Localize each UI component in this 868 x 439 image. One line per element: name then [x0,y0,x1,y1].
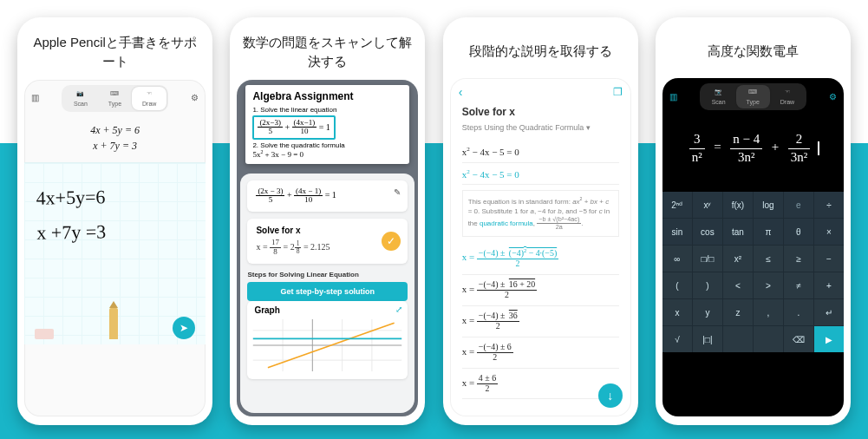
step-equation: x = −(−4) ± 62 [462,337,619,369]
gear-icon[interactable]: ⚙ [829,93,837,102]
screenshot-card-steps: 段階的な説明を取得する ‹ ❐ Solve for x Steps Using … [443,17,638,425]
quadratic-formula-link[interactable]: quadratic formula [480,220,533,227]
solve-result: x = 178 = 218 = 2.125 [256,239,376,257]
phone-frame: ← Algebra Assignment 1. Solve the linear… [237,80,418,417]
key-pi[interactable]: π [754,219,783,245]
question-2-eq: 5x2 + 3x − 9 = 0 [252,149,402,159]
key-lt[interactable]: < [723,272,753,298]
graph-label: Graph [247,301,408,319]
drawing-canvas[interactable]: 4x+5y=6 x +7y =3 ➤ [24,162,206,344]
input-mode-toggle[interactable]: 📷Scan ⌨Type ☜Draw [700,83,807,110]
back-icon[interactable]: ← [244,90,254,102]
key-ne[interactable]: ≠ [784,272,813,298]
mode-draw[interactable]: ☜Draw [770,85,805,108]
check-icon[interactable]: ✓ [382,232,401,251]
key-fraction[interactable]: □/□ [693,246,722,272]
pencil-tool[interactable] [109,308,118,339]
key-power[interactable]: xʸ [693,192,722,218]
key-comma[interactable]: , [754,299,783,325]
key-2nd[interactable]: 2ⁿᵈ [662,192,692,218]
question-2-label: 2. Solve the quadratic formula [252,141,402,149]
step-equation: x = 4 ± 62 [462,369,619,400]
mode-type[interactable]: ⌨Type [736,85,770,108]
key-x[interactable]: x [662,299,692,325]
key-infinity[interactable]: ∞ [662,246,692,272]
key-cos[interactable]: cos [693,219,722,245]
graph-plot [247,319,408,371]
handwriting: 4x+5y=6 x +7y =3 [36,180,106,250]
eraser-tool[interactable] [35,329,54,339]
key-log[interactable]: log [754,192,783,218]
key-square[interactable]: x² [723,246,753,272]
key-fx[interactable]: f(x) [723,192,753,218]
scanned-document: ← Algebra Assignment 1. Solve the linear… [245,85,409,165]
gear-icon[interactable]: ⚙ [191,94,199,102]
step-equation: x = −(−4) ± 16 + 202 [462,275,619,306]
key-enter[interactable]: ↵ [814,299,844,325]
phone-frame: ▥ 📷Scan ⌨Type ☜Draw ⚙ 4x + 5y = 6 x + 7y… [24,80,206,417]
key-dot[interactable]: . [784,299,813,325]
key-theta[interactable]: θ [784,219,813,245]
key-multiply[interactable]: × [814,219,844,245]
calculator-keypad: 2ⁿᵈ xʸ f(x) log e ÷ sin cos tan π θ × ∞ … [662,192,844,352]
phone-frame: ‹ ❐ Solve for x Steps Using the Quadrati… [450,78,631,416]
scanned-equation-highlight[interactable]: (2x−3)5 + (4x−1)10 = 1 [252,115,335,141]
solve-heading: Solve for x [462,106,619,118]
card-title: Apple Pencilと手書きをサポート [17,17,212,80]
key-y[interactable]: y [693,299,722,325]
key-le[interactable]: ≤ [754,246,783,272]
scroll-down-button[interactable]: ↓ [598,383,623,408]
key-divide[interactable]: ÷ [814,192,844,218]
key-e[interactable]: e [784,192,813,218]
key-ge[interactable]: ≥ [784,246,813,272]
menu-icon[interactable]: ▥ [669,93,677,102]
key-lparen[interactable]: ( [662,272,692,298]
key-blank[interactable] [754,326,783,352]
step-equation: x2 − 4x − 5 = 0 [462,141,619,163]
key-sin[interactable]: sin [662,219,692,245]
mode-draw[interactable]: ☜Draw [132,87,166,110]
calculator-display[interactable]: 3n² = n − 43n² + 23n² [662,115,844,192]
phone-frame: ▥ 📷Scan ⌨Type ☜Draw ⚙ 3n² = n − 43n² + 2… [662,78,844,416]
equation-panel: ✎ (2x − 3)5 + (4x − 1)10 = 1 [247,180,408,213]
expand-icon[interactable]: ⤢ [395,305,402,314]
mode-scan[interactable]: 📷Scan [63,87,98,110]
key-abs[interactable]: |□| [693,326,722,352]
method-dropdown[interactable]: Steps Using the Quadratic Formula ▾ [462,123,619,132]
key-plus[interactable]: + [814,272,844,298]
edit-icon[interactable]: ✎ [394,187,401,197]
key-tan[interactable]: tan [723,219,753,245]
get-steps-button[interactable]: Get step-by-step solution [247,282,408,301]
key-gt[interactable]: > [754,272,783,298]
card-title: 数学の問題をスキャンして解決する [230,17,425,80]
key-rparen[interactable]: ) [693,272,722,298]
steps-label: Steps for Solving Linear Equation [247,271,408,278]
screenshot-card-draw: Apple Pencilと手書きをサポート ▥ 📷Scan ⌨Type ☜Dra… [17,17,212,425]
step-equation: x = −(−4) ± 362 [462,306,619,337]
key-blank[interactable] [723,326,753,352]
key-backspace[interactable]: ⌫ [784,326,813,352]
card-title: 高度な関数電卓 [656,17,851,78]
step-equation: x = −(−4) ± (−4)2 − 4·(−5)2 [462,242,619,275]
mode-type[interactable]: ⌨Type [98,87,132,110]
mode-scan[interactable]: 📷Scan [702,85,736,108]
explanation-text: This equation is in standard form: ax2 +… [462,190,619,237]
menu-icon[interactable]: ▥ [31,94,39,102]
submit-button[interactable]: ➤ [173,317,195,339]
text-cursor [818,141,819,155]
input-mode-toggle[interactable]: 📷Scan ⌨Type ☜Draw [62,85,169,112]
question-1-label: 1. Solve the linear equation [252,106,402,114]
key-minus[interactable]: − [814,246,844,272]
key-z[interactable]: z [723,299,753,325]
solve-panel: Solve for x x = 178 = 218 = 2.125 ✓ [247,219,408,264]
parsed-equation: (2x − 3)5 + (4x − 1)10 = 1 [256,190,336,200]
document-title: Algebra Assignment [252,90,402,102]
key-solve[interactable]: ▶ [814,326,844,352]
graph-panel[interactable]: ⤢ Graph [247,301,408,379]
bookmark-icon[interactable]: ❐ [613,86,623,98]
typeset-equations: 4x + 5y = 6 x + 7y = 3 [24,117,206,162]
key-sqrt[interactable]: √ [662,326,692,352]
back-icon[interactable]: ‹ [459,85,463,99]
screenshot-card-calculator: 高度な関数電卓 ▥ 📷Scan ⌨Type ☜Draw ⚙ 3n² = n − … [656,17,851,425]
screenshot-card-scan: 数学の問題をスキャンして解決する ← Algebra Assignment 1.… [230,17,425,425]
